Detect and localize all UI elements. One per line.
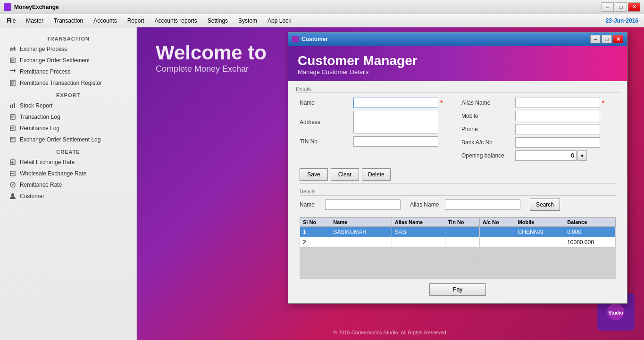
- alias-row: Alias Name *: [461, 98, 616, 108]
- table-row[interactable]: 1 SASIKUMAR SASI CHENNAI 0.000: [300, 227, 616, 237]
- stock-icon: [9, 102, 16, 109]
- sidebar-item-remittance-register[interactable]: Remittance Transaction Register: [0, 77, 136, 89]
- maximize-button[interactable]: □: [615, 2, 627, 12]
- register-icon: [9, 80, 16, 86]
- sidebar-item-label: Wholesale Exchange Rate: [20, 170, 86, 177]
- delete-button[interactable]: Delete: [362, 168, 391, 181]
- cell-alias: SASI: [392, 227, 445, 237]
- svg-rect-10: [14, 103, 15, 108]
- menu-file[interactable]: File: [2, 16, 20, 25]
- minimize-button[interactable]: –: [602, 2, 614, 12]
- search-alias-input[interactable]: [445, 199, 520, 210]
- sidebar-item-remittance-rate[interactable]: Remittance Rate: [0, 179, 136, 191]
- sidebar-item-label: Retail Exchange Rate: [20, 159, 75, 166]
- search-name-input[interactable]: [325, 199, 401, 210]
- clear-button[interactable]: Clear: [331, 168, 359, 181]
- menu-master[interactable]: Master: [21, 16, 48, 25]
- sidebar-item-label: Exchange Order Settlement Log: [20, 136, 100, 143]
- footer-text: © 2015 Coderobotics Studio. All Rights R…: [137, 330, 644, 335]
- remlog-icon: [9, 125, 16, 132]
- bank-row: Bank A/c No: [461, 137, 616, 148]
- sidebar-item-wholesale-exchange[interactable]: Wholesale Exchange Rate: [0, 168, 136, 179]
- main-area: TRANSACTION Exchange Process Exchange Or…: [0, 27, 644, 340]
- wholesale-icon: [9, 170, 16, 177]
- sidebar-item-stock-report[interactable]: Stock Report: [0, 100, 136, 111]
- cell-slno: 1: [300, 227, 330, 237]
- sidebar-item-transaction-log[interactable]: Transaction Log: [0, 111, 136, 123]
- alias-input[interactable]: [515, 98, 600, 108]
- sidebar-item-exchange-order-log[interactable]: Exchange Order Settlement Log: [0, 134, 136, 145]
- cell-acno: [479, 227, 515, 237]
- svg-marker-1: [14, 46, 16, 50]
- phone-row: Phone: [461, 124, 616, 134]
- sidebar-item-remittance-log[interactable]: Remittance Log: [0, 123, 136, 134]
- table-row[interactable]: 2 10000.000: [300, 237, 616, 248]
- tin-input[interactable]: [353, 136, 438, 147]
- search-button[interactable]: Search: [530, 199, 560, 211]
- cell-name: [330, 237, 392, 248]
- opening-balance-dropdown[interactable]: ▼: [577, 150, 587, 161]
- sidebar-item-exchange-process[interactable]: Exchange Process: [0, 43, 136, 55]
- search-alias-label: Alias Name: [410, 201, 443, 208]
- bank-label: Bank A/c No: [461, 139, 513, 146]
- customer-table: Sl No Name Alias Name Tin No A/c No Mobi…: [300, 217, 616, 279]
- name-row: Name *: [300, 98, 454, 108]
- name-input[interactable]: [353, 98, 438, 108]
- save-button[interactable]: Save: [300, 168, 328, 181]
- menu-report[interactable]: Report: [123, 16, 149, 25]
- details-section-label: Details: [296, 86, 619, 93]
- dialog-maximize-button[interactable]: □: [602, 35, 612, 43]
- menu-settings[interactable]: Settings: [203, 16, 233, 25]
- alias-required: *: [602, 99, 604, 107]
- sidebar-item-exchange-order[interactable]: Exchange Order Settlement: [0, 55, 136, 66]
- form-right: Alias Name * Mobile Phone: [458, 96, 619, 166]
- dialog-minimize-button[interactable]: –: [590, 35, 601, 43]
- mobile-input[interactable]: [515, 111, 600, 121]
- cell-slno: 2: [300, 237, 330, 248]
- search-alias-field: Alias Name: [410, 199, 520, 210]
- menu-accounts[interactable]: Accounts: [89, 16, 121, 25]
- tin-label: TIN No: [300, 138, 351, 145]
- table-row-empty: [300, 258, 616, 268]
- customer-dialog: Customer – □ ✕ Customer Manager Manage C…: [288, 32, 627, 304]
- menu-transaction[interactable]: Transaction: [49, 16, 88, 25]
- welcome-text-block: Welcome to Complete Money Exchar: [156, 41, 267, 74]
- search-section: Details Name Alias Name Search: [296, 187, 619, 216]
- dialog-header-title: Customer Manager: [298, 53, 618, 68]
- customer-icon: [9, 193, 16, 199]
- phone-input[interactable]: [515, 124, 600, 134]
- search-section-label: Details: [300, 189, 616, 196]
- sidebar-item-label: Remittance Process: [20, 68, 70, 75]
- sidebar-item-remittance-process[interactable]: Remittance Process: [0, 66, 136, 77]
- bank-input[interactable]: [515, 137, 600, 148]
- opening-balance-input[interactable]: [515, 150, 577, 161]
- svg-rect-7: [10, 80, 15, 86]
- cell-tin: [445, 237, 479, 248]
- menu-accounts-reports[interactable]: Accounts reports: [150, 16, 202, 25]
- remrate-icon: [9, 182, 16, 188]
- sidebar-item-retail-exchange[interactable]: Retail Exchange Rate: [0, 157, 136, 168]
- table-header-row: Sl No Name Alias Name Tin No A/c No Mobi…: [300, 218, 616, 227]
- exlog-icon: [9, 136, 16, 143]
- sidebar-item-customer[interactable]: Customer: [0, 191, 136, 202]
- search-name-field: Name: [300, 199, 401, 210]
- close-button[interactable]: ✕: [628, 2, 640, 12]
- dialog-close-button[interactable]: ✕: [613, 35, 623, 43]
- transaction-section-title: TRANSACTION: [0, 32, 136, 43]
- mobile-row: Mobile: [461, 111, 616, 121]
- sidebar-item-label: Exchange Order Settlement: [20, 57, 90, 64]
- customer-table-wrapper: Sl No Name Alias Name Tin No A/c No Mobi…: [300, 217, 616, 279]
- menu-bar: File Master Transaction Accounts Report …: [0, 14, 644, 27]
- sidebar-item-label: Remittance Rate: [20, 182, 62, 188]
- cell-name: SASIKUMAR: [330, 227, 392, 237]
- pay-button[interactable]: Pay: [429, 283, 486, 296]
- menu-system[interactable]: System: [234, 16, 262, 25]
- alias-label: Alias Name: [461, 100, 513, 106]
- pay-button-row: Pay: [296, 281, 619, 299]
- address-input[interactable]: [353, 111, 438, 133]
- export-section-title: EXPORT: [0, 89, 136, 100]
- form-divider: [300, 183, 616, 184]
- svg-text:Studio: Studio: [608, 310, 623, 315]
- menu-applock[interactable]: App Lock: [263, 16, 296, 25]
- sidebar-item-label: Stock Report: [20, 102, 52, 109]
